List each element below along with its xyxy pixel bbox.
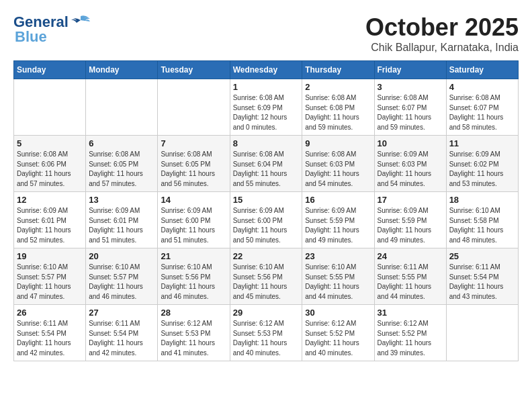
day-number: 22 [233, 251, 300, 261]
day-cell: 18Sunrise: 6:10 AM Sunset: 5:58 PM Dayli… [446, 192, 518, 248]
header: General Blue October 2025 Chik Ballapur,… [13, 13, 519, 54]
day-number: 28 [161, 308, 226, 318]
day-number: 12 [17, 195, 83, 205]
day-number: 17 [378, 195, 443, 205]
day-cell: 7Sunrise: 6:08 AM Sunset: 6:05 PM Daylig… [158, 136, 230, 192]
day-info: Sunrise: 6:09 AM Sunset: 6:02 PM Dayligh… [449, 150, 515, 189]
day-info: Sunrise: 6:12 AM Sunset: 5:52 PM Dayligh… [378, 319, 443, 358]
day-number: 4 [449, 82, 515, 92]
week-row-2: 5Sunrise: 6:08 AM Sunset: 6:06 PM Daylig… [14, 136, 519, 192]
day-cell: 11Sunrise: 6:09 AM Sunset: 6:02 PM Dayli… [446, 136, 518, 192]
day-cell: 16Sunrise: 6:09 AM Sunset: 5:59 PM Dayli… [302, 192, 374, 248]
day-info: Sunrise: 6:10 AM Sunset: 5:56 PM Dayligh… [233, 263, 300, 302]
day-info: Sunrise: 6:09 AM Sunset: 6:01 PM Dayligh… [89, 206, 154, 245]
day-number: 19 [17, 251, 83, 261]
day-cell: 9Sunrise: 6:08 AM Sunset: 6:03 PM Daylig… [302, 136, 374, 192]
day-info: Sunrise: 6:11 AM Sunset: 5:55 PM Dayligh… [378, 263, 443, 302]
header-saturday: Saturday [446, 61, 518, 79]
day-number: 14 [161, 195, 226, 205]
day-info: Sunrise: 6:09 AM Sunset: 5:59 PM Dayligh… [305, 206, 371, 245]
week-row-5: 26Sunrise: 6:11 AM Sunset: 5:54 PM Dayli… [14, 305, 519, 361]
day-cell [14, 79, 86, 136]
day-number: 31 [378, 308, 443, 318]
day-info: Sunrise: 6:09 AM Sunset: 6:03 PM Dayligh… [378, 150, 443, 189]
day-info: Sunrise: 6:08 AM Sunset: 6:05 PM Dayligh… [89, 150, 154, 189]
day-cell: 30Sunrise: 6:12 AM Sunset: 5:52 PM Dayli… [302, 305, 374, 361]
day-cell: 21Sunrise: 6:10 AM Sunset: 5:56 PM Dayli… [158, 248, 230, 305]
day-number: 3 [378, 82, 443, 92]
day-cell: 20Sunrise: 6:10 AM Sunset: 5:57 PM Dayli… [86, 248, 158, 305]
day-info: Sunrise: 6:08 AM Sunset: 6:06 PM Dayligh… [17, 150, 83, 189]
day-number: 25 [449, 251, 515, 261]
calendar: SundayMondayTuesdayWednesdayThursdayFrid… [13, 60, 519, 361]
header-monday: Monday [86, 61, 158, 79]
day-cell: 5Sunrise: 6:08 AM Sunset: 6:06 PM Daylig… [14, 136, 86, 192]
day-number: 16 [305, 195, 371, 205]
day-number: 15 [233, 195, 300, 205]
day-info: Sunrise: 6:08 AM Sunset: 6:03 PM Dayligh… [305, 150, 371, 189]
day-number: 5 [17, 138, 83, 148]
day-cell: 6Sunrise: 6:08 AM Sunset: 6:05 PM Daylig… [86, 136, 158, 192]
day-cell: 26Sunrise: 6:11 AM Sunset: 5:54 PM Dayli… [14, 305, 86, 361]
day-cell: 15Sunrise: 6:09 AM Sunset: 6:00 PM Dayli… [230, 192, 302, 248]
day-info: Sunrise: 6:09 AM Sunset: 5:59 PM Dayligh… [378, 206, 443, 245]
day-info: Sunrise: 6:12 AM Sunset: 5:52 PM Dayligh… [305, 319, 371, 358]
day-info: Sunrise: 6:11 AM Sunset: 5:54 PM Dayligh… [89, 319, 154, 358]
day-info: Sunrise: 6:11 AM Sunset: 5:54 PM Dayligh… [17, 319, 83, 358]
day-info: Sunrise: 6:12 AM Sunset: 5:53 PM Dayligh… [233, 319, 300, 358]
day-info: Sunrise: 6:10 AM Sunset: 5:58 PM Dayligh… [449, 206, 515, 245]
week-row-1: 1Sunrise: 6:08 AM Sunset: 6:09 PM Daylig… [14, 79, 519, 136]
day-cell: 31Sunrise: 6:12 AM Sunset: 5:52 PM Dayli… [374, 305, 446, 361]
week-row-3: 12Sunrise: 6:09 AM Sunset: 6:01 PM Dayli… [14, 192, 519, 248]
day-info: Sunrise: 6:08 AM Sunset: 6:07 PM Dayligh… [449, 93, 515, 132]
day-info: Sunrise: 6:08 AM Sunset: 6:07 PM Dayligh… [378, 93, 443, 132]
day-info: Sunrise: 6:10 AM Sunset: 5:57 PM Dayligh… [89, 263, 154, 302]
day-cell: 8Sunrise: 6:08 AM Sunset: 6:04 PM Daylig… [230, 136, 302, 192]
day-number: 24 [378, 251, 443, 261]
header-sunday: Sunday [14, 61, 86, 79]
day-cell [446, 305, 518, 361]
day-cell: 2Sunrise: 6:08 AM Sunset: 6:08 PM Daylig… [302, 79, 374, 136]
day-number: 29 [233, 308, 300, 318]
day-number: 8 [233, 138, 300, 148]
day-cell: 10Sunrise: 6:09 AM Sunset: 6:03 PM Dayli… [374, 136, 446, 192]
day-number: 26 [17, 308, 83, 318]
day-info: Sunrise: 6:11 AM Sunset: 5:54 PM Dayligh… [449, 263, 515, 302]
day-number: 1 [233, 82, 300, 92]
day-cell: 4Sunrise: 6:08 AM Sunset: 6:07 PM Daylig… [446, 79, 518, 136]
day-cell: 24Sunrise: 6:11 AM Sunset: 5:55 PM Dayli… [374, 248, 446, 305]
header-friday: Friday [374, 61, 446, 79]
calendar-body: 1Sunrise: 6:08 AM Sunset: 6:09 PM Daylig… [14, 79, 519, 361]
day-cell: 25Sunrise: 6:11 AM Sunset: 5:54 PM Dayli… [446, 248, 518, 305]
day-number: 7 [161, 138, 226, 148]
day-info: Sunrise: 6:10 AM Sunset: 5:56 PM Dayligh… [161, 263, 226, 302]
logo-bird-icon [70, 15, 91, 30]
day-number: 9 [305, 138, 371, 148]
month-title: October 2025 [365, 13, 519, 42]
day-info: Sunrise: 6:08 AM Sunset: 6:04 PM Dayligh… [233, 150, 300, 189]
day-cell: 28Sunrise: 6:12 AM Sunset: 5:53 PM Dayli… [158, 305, 230, 361]
day-cell [86, 79, 158, 136]
logo: General Blue [13, 13, 91, 46]
day-number: 30 [305, 308, 371, 318]
day-number: 20 [89, 251, 154, 261]
day-cell: 1Sunrise: 6:08 AM Sunset: 6:09 PM Daylig… [230, 79, 302, 136]
day-number: 2 [305, 82, 371, 92]
day-cell: 3Sunrise: 6:08 AM Sunset: 6:07 PM Daylig… [374, 79, 446, 136]
week-row-4: 19Sunrise: 6:10 AM Sunset: 5:57 PM Dayli… [14, 248, 519, 305]
day-info: Sunrise: 6:09 AM Sunset: 6:00 PM Dayligh… [161, 206, 226, 245]
day-info: Sunrise: 6:10 AM Sunset: 5:55 PM Dayligh… [305, 263, 371, 302]
day-cell: 27Sunrise: 6:11 AM Sunset: 5:54 PM Dayli… [86, 305, 158, 361]
day-cell: 14Sunrise: 6:09 AM Sunset: 6:00 PM Dayli… [158, 192, 230, 248]
calendar-header-row: SundayMondayTuesdayWednesdayThursdayFrid… [14, 61, 519, 79]
day-cell: 29Sunrise: 6:12 AM Sunset: 5:53 PM Dayli… [230, 305, 302, 361]
day-info: Sunrise: 6:10 AM Sunset: 5:57 PM Dayligh… [17, 263, 83, 302]
day-cell: 13Sunrise: 6:09 AM Sunset: 6:01 PM Dayli… [86, 192, 158, 248]
day-number: 11 [449, 138, 515, 148]
header-wednesday: Wednesday [230, 61, 302, 79]
day-number: 10 [378, 138, 443, 148]
day-info: Sunrise: 6:08 AM Sunset: 6:08 PM Dayligh… [305, 93, 371, 132]
day-info: Sunrise: 6:09 AM Sunset: 6:00 PM Dayligh… [233, 206, 300, 245]
day-info: Sunrise: 6:12 AM Sunset: 5:53 PM Dayligh… [161, 319, 226, 358]
day-cell: 12Sunrise: 6:09 AM Sunset: 6:01 PM Dayli… [14, 192, 86, 248]
